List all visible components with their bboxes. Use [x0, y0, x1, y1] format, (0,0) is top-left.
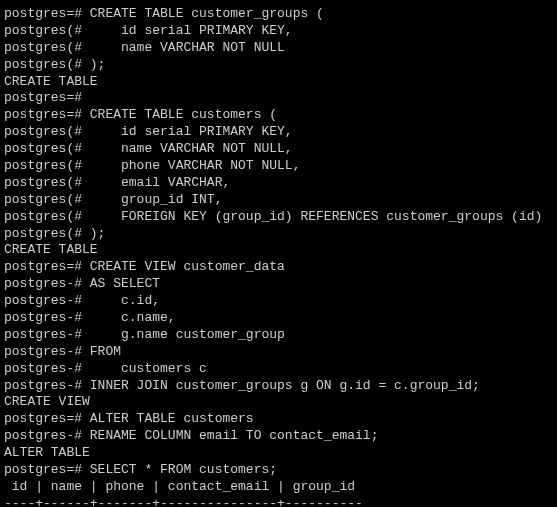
terminal-line: CREATE TABLE [4, 74, 553, 91]
terminal-line: postgres=# [4, 90, 553, 107]
terminal-line: postgres-# AS SELECT [4, 276, 553, 293]
terminal-line: CREATE VIEW [4, 394, 553, 411]
terminal-line: postgres(# group_id INT, [4, 192, 553, 209]
terminal-line: postgres(# name VARCHAR NOT NULL, [4, 141, 553, 158]
terminal-line: postgres=# CREATE TABLE customer_groups … [4, 6, 553, 23]
terminal-line: CREATE TABLE [4, 242, 553, 259]
terminal-line: postgres(# id serial PRIMARY KEY, [4, 23, 553, 40]
terminal-line: postgres=# CREATE TABLE customers ( [4, 107, 553, 124]
terminal-line: postgres-# FROM [4, 344, 553, 361]
terminal-line: ----+------+-------+---------------+----… [4, 496, 553, 507]
terminal-line: postgres=# CREATE VIEW customer_data [4, 259, 553, 276]
terminal-line: postgres(# ); [4, 57, 553, 74]
terminal-line: postgres(# id serial PRIMARY KEY, [4, 124, 553, 141]
terminal-line: postgres(# phone VARCHAR NOT NULL, [4, 158, 553, 175]
terminal-line: postgres-# RENAME COLUMN email TO contac… [4, 428, 553, 445]
terminal-line: postgres-# c.id, [4, 293, 553, 310]
terminal-line: postgres=# ALTER TABLE customers [4, 411, 553, 428]
terminal-line: ALTER TABLE [4, 445, 553, 462]
terminal-line: postgres-# customers c [4, 361, 553, 378]
terminal-line: postgres(# FOREIGN KEY (group_id) REFERE… [4, 209, 553, 226]
terminal-line: postgres-# g.name customer_group [4, 327, 553, 344]
terminal-line: id | name | phone | contact_email | grou… [4, 479, 553, 496]
terminal-line: postgres=# SELECT * FROM customers; [4, 462, 553, 479]
terminal-line: postgres-# INNER JOIN customer_groups g … [4, 378, 553, 395]
terminal-output[interactable]: postgres=# CREATE TABLE customer_groups … [0, 0, 557, 507]
terminal-line: postgres-# c.name, [4, 310, 553, 327]
terminal-line: postgres(# email VARCHAR, [4, 175, 553, 192]
terminal-line: postgres(# name VARCHAR NOT NULL [4, 40, 553, 57]
terminal-line: postgres(# ); [4, 226, 553, 243]
